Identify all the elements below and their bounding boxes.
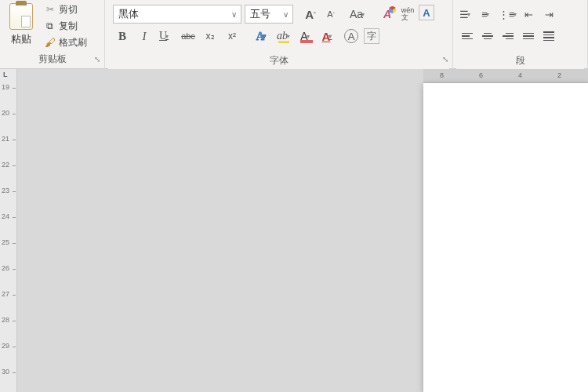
vruler-tick: 19 bbox=[2, 83, 16, 91]
vruler-tick: 27 bbox=[2, 290, 16, 298]
align-left-button[interactable] bbox=[458, 27, 477, 45]
hruler-tick: 8 bbox=[440, 71, 444, 79]
vruler-tick: 21 bbox=[2, 135, 16, 143]
align-right-button[interactable] bbox=[499, 27, 517, 45]
bullets-button[interactable]: ☰▾ bbox=[458, 5, 477, 24]
paragraph-row1: ☰▾ ≡▾ ⋮≡▾ ⇤ ⇥ bbox=[458, 5, 558, 24]
paste-button[interactable]: 粘贴 bbox=[3, 2, 39, 50]
paste-label: 粘贴 bbox=[11, 32, 31, 46]
vruler-tick: 29 bbox=[2, 342, 16, 350]
copy-button[interactable]: ⧉ 复制 bbox=[41, 18, 90, 34]
format-painter-label: 格式刷 bbox=[59, 36, 87, 49]
copy-icon: ⧉ bbox=[44, 20, 56, 32]
vruler-tick: 25 bbox=[2, 238, 16, 246]
paragraph-body: ☰▾ ≡▾ ⋮≡▾ ⇤ ⇥ bbox=[456, 2, 584, 52]
vruler-tick: 24 bbox=[2, 212, 16, 220]
font-color-button[interactable]: A▾ bbox=[320, 27, 339, 45]
clipboard-side: ✂ 剪切 ⧉ 复制 🖌 格式刷 bbox=[41, 2, 90, 50]
scissors-icon: ✂ bbox=[44, 4, 56, 16]
char-shading-button[interactable]: 字 bbox=[364, 28, 379, 44]
vertical-ruler[interactable]: L 192021222324252627282930 bbox=[0, 69, 17, 392]
vruler-tick: 23 bbox=[2, 187, 16, 194]
document-page[interactable] bbox=[423, 83, 588, 392]
increase-indent-button[interactable]: ⇥ bbox=[539, 5, 558, 24]
cut-label: 剪切 bbox=[59, 3, 78, 16]
underline-button[interactable]: U▾ bbox=[157, 27, 176, 45]
hruler-tick: 6 bbox=[479, 71, 483, 79]
phonetic-guide-button[interactable]: wén文 bbox=[398, 5, 417, 24]
shrink-font-button[interactable]: Aˇ bbox=[321, 5, 340, 24]
clipboard-body: 粘贴 ✂ 剪切 ⧉ 复制 🖌 格式刷 bbox=[3, 2, 101, 50]
paragraph-row2 bbox=[458, 27, 558, 45]
grow-font-button[interactable]: Aˆ bbox=[301, 5, 320, 24]
vruler-tick: 30 bbox=[2, 368, 16, 376]
strikethrough-button[interactable]: abc bbox=[179, 27, 198, 45]
justify-button[interactable] bbox=[519, 27, 538, 45]
decrease-indent-button[interactable]: ⇤ bbox=[519, 5, 538, 24]
italic-button[interactable]: I bbox=[135, 27, 154, 45]
numbering-button[interactable]: ≡▾ bbox=[478, 5, 497, 24]
distribute-button[interactable] bbox=[539, 27, 558, 45]
group-clipboard: 粘贴 ✂ 剪切 ⧉ 复制 🖌 格式刷 剪贴板 ⤡ bbox=[0, 0, 105, 68]
clipboard-launcher[interactable]: ⤡ bbox=[93, 56, 102, 65]
clear-formatting-button[interactable]: A bbox=[378, 5, 397, 24]
vruler-tick: 20 bbox=[2, 109, 16, 117]
subscript-button[interactable]: x₂ bbox=[201, 27, 220, 45]
multilevel-button[interactable]: ⋮≡▾ bbox=[499, 5, 517, 24]
chevron-down-icon: ∨ bbox=[278, 10, 292, 19]
enclose-char-button[interactable]: A bbox=[342, 27, 361, 45]
clipboard-title: 剪贴板 bbox=[3, 50, 101, 67]
font-size-value: 五号 bbox=[250, 7, 270, 21]
font-row1: 黑体 ∨ 五号 ∨ Aˆ Aˇ Aa▾ A wén文 A bbox=[113, 5, 434, 24]
vruler-tick: 22 bbox=[2, 161, 16, 169]
vruler-tick: 26 bbox=[2, 264, 16, 272]
paste-icon bbox=[9, 3, 33, 30]
ruler-corner-label: L bbox=[3, 71, 8, 78]
vruler-tick: 28 bbox=[2, 316, 16, 324]
group-font: 黑体 ∨ 五号 ∨ Aˆ Aˇ Aa▾ A wén文 A bbox=[105, 0, 453, 68]
cut-button[interactable]: ✂ 剪切 bbox=[41, 2, 90, 17]
font-title: 字体 bbox=[108, 52, 449, 69]
hruler-tick: 4 bbox=[518, 71, 522, 79]
group-paragraph: ☰▾ ≡▾ ⋮≡▾ ⇤ ⇥ 段 bbox=[453, 0, 588, 68]
text-effects-button[interactable]: A▾ bbox=[254, 27, 273, 45]
horizontal-ruler[interactable]: 8 6 4 2 bbox=[423, 69, 588, 83]
change-case-button[interactable]: Aa▾ bbox=[350, 5, 368, 24]
font-family-value: 黑体 bbox=[118, 7, 139, 21]
ribbon: 粘贴 ✂ 剪切 ⧉ 复制 🖌 格式刷 剪贴板 ⤡ bbox=[0, 0, 588, 69]
bold-button[interactable]: B bbox=[113, 27, 132, 45]
workspace: L 192021222324252627282930 8 6 4 2 bbox=[0, 69, 588, 392]
copy-label: 复制 bbox=[59, 20, 78, 33]
highlight-color-button[interactable]: A▾ bbox=[298, 27, 317, 45]
font-row2: B I U▾ abc x₂ x² A▾ ab▾ A▾ A▾ A 字 bbox=[113, 27, 379, 45]
font-family-combo[interactable]: 黑体 ∨ bbox=[113, 5, 241, 24]
text-highlight-pen-button[interactable]: ab▾ bbox=[276, 27, 295, 45]
font-size-combo[interactable]: 五号 ∨ bbox=[245, 5, 293, 24]
font-body: 黑体 ∨ 五号 ∨ Aˆ Aˇ Aa▾ A wén文 A bbox=[108, 2, 449, 52]
chevron-down-icon: ∨ bbox=[227, 10, 241, 19]
brush-icon: 🖌 bbox=[44, 37, 56, 49]
hruler-tick: 2 bbox=[557, 71, 561, 79]
superscript-button[interactable]: x² bbox=[223, 27, 241, 45]
char-border-button[interactable]: A bbox=[419, 5, 434, 20]
paragraph-title: 段 bbox=[456, 52, 584, 69]
canvas-area: 8 6 4 2 bbox=[17, 69, 588, 392]
format-painter-button[interactable]: 🖌 格式刷 bbox=[41, 34, 90, 50]
font-row1-buttons: Aˆ Aˇ Aa▾ A wén文 A bbox=[301, 5, 434, 24]
font-launcher[interactable]: ⤡ bbox=[441, 56, 450, 65]
align-center-button[interactable] bbox=[478, 27, 497, 45]
